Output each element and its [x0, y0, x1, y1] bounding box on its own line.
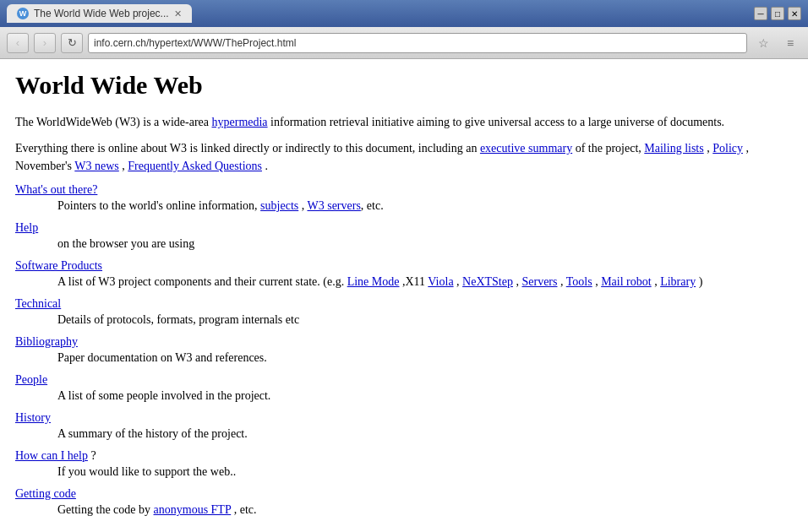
page-content: World Wide Web The WorldWideWeb (W3) is …	[0, 59, 808, 532]
people-desc: A list of some people involved in the pr…	[57, 387, 793, 404]
nav-item-software-products: Software Products A list of W3 project c…	[15, 259, 793, 290]
page-title: World Wide Web	[15, 71, 793, 100]
intro-paragraph-1: The WorldWideWeb (W3) is a wide-area hyp…	[15, 113, 793, 131]
browser-tab[interactable]: W The World Wide Web projec... ✕	[7, 4, 192, 23]
nav-item-help: Help on the browser you are using	[15, 221, 793, 252]
para1-prefix: The WorldWideWeb (W3) is a wide-area	[15, 116, 212, 128]
help-link[interactable]: Help	[15, 221, 38, 234]
browser-window: W The World Wide Web projec... ✕ ─ □ ✕ ‹…	[0, 0, 808, 532]
technical-link[interactable]: Technical	[15, 297, 61, 310]
back-button[interactable]: ‹	[7, 33, 29, 53]
viola-link[interactable]: Viola	[428, 275, 453, 288]
tab-favicon: W	[17, 8, 29, 19]
history-link[interactable]: History	[15, 411, 51, 424]
software-products-desc: A list of W3 project components and thei…	[57, 273, 793, 290]
policy-link[interactable]: Policy	[712, 142, 743, 155]
title-bar: W The World Wide Web projec... ✕ ─ □ ✕	[0, 0, 808, 27]
tab-close-button[interactable]: ✕	[174, 8, 182, 19]
line-mode-link[interactable]: Line Mode	[347, 275, 400, 288]
mail-robot-link[interactable]: Mail robot	[601, 275, 652, 288]
help-desc: on the browser you are using	[57, 235, 793, 252]
how-can-i-help-link[interactable]: How can I help	[15, 449, 88, 462]
hypermedia-link[interactable]: hypermedia	[212, 116, 268, 128]
bibliography-link[interactable]: Bibliography	[15, 335, 78, 348]
executive-summary-link[interactable]: executive summary	[480, 142, 572, 155]
nav-item-how-can-i-help: How can I help ? If you would like to su…	[15, 449, 793, 480]
intro-paragraph-2: Everything there is online about W3 is l…	[15, 139, 793, 175]
nav-item-technical: Technical Details of protocols, formats,…	[15, 297, 793, 328]
how-can-i-help-line: How can I help ?	[15, 449, 96, 462]
software-products-link[interactable]: Software Products	[15, 259, 102, 272]
mailing-lists-link[interactable]: Mailing lists	[644, 142, 703, 155]
close-button[interactable]: ✕	[788, 7, 801, 20]
whats-out-there-desc: Pointers to the world's online informati…	[57, 197, 793, 214]
para1-suffix: information retrieval initiative aiming …	[268, 116, 725, 128]
forward-button[interactable]: ›	[34, 33, 56, 53]
nav-item-bibliography: Bibliography Paper documentation on W3 a…	[15, 335, 793, 366]
tab-title: The World Wide Web projec...	[34, 8, 169, 19]
getting-code-desc: Getting the code by anonymous FTP , etc.	[57, 501, 793, 518]
refresh-button[interactable]: ↻	[61, 33, 83, 53]
library-link[interactable]: Library	[660, 275, 696, 288]
nav-item-people: People A list of some people involved in…	[15, 373, 793, 404]
how-can-i-help-desc: If you would like to support the web..	[57, 463, 793, 480]
whats-out-there-link[interactable]: What's out there?	[15, 183, 97, 196]
address-bar[interactable]	[94, 37, 741, 49]
people-link[interactable]: People	[15, 373, 47, 386]
tools-link[interactable]: Tools	[566, 275, 592, 288]
history-desc: A summary of the history of the project.	[57, 425, 793, 442]
nav-item-whats-out-there: What's out there? Pointers to the world'…	[15, 183, 793, 214]
menu-button[interactable]: ≡	[779, 33, 801, 53]
getting-code-link[interactable]: Getting code	[15, 487, 76, 500]
minimize-button[interactable]: ─	[754, 7, 767, 20]
address-bar-wrapper	[88, 33, 747, 53]
technical-desc: Details of protocols, formats, program i…	[57, 311, 793, 328]
bookmark-star-button[interactable]: ☆	[752, 33, 774, 53]
anonymous-ftp-link[interactable]: anonymous FTP	[154, 503, 232, 516]
w3-servers-link[interactable]: W3 servers	[307, 199, 360, 212]
faq-link[interactable]: Frequently Asked Questions	[128, 160, 262, 172]
nav-item-getting-code: Getting code Getting the code by anonymo…	[15, 487, 793, 518]
para2-prefix: Everything there is online about W3 is l…	[15, 142, 480, 155]
nav-item-history: History A summary of the history of the …	[15, 411, 793, 442]
maximize-button[interactable]: □	[771, 7, 784, 20]
toolbar: ‹ › ↻ ☆ ≡	[0, 27, 808, 59]
subjects-link[interactable]: subjects	[260, 199, 298, 212]
servers-link[interactable]: Servers	[521, 275, 557, 288]
w3-news-link[interactable]: W3 news	[74, 160, 119, 172]
nextstep-link[interactable]: NeXTStep	[462, 275, 513, 288]
nav-section: What's out there? Pointers to the world'…	[15, 183, 793, 518]
bibliography-desc: Paper documentation on W3 and references…	[57, 349, 793, 366]
